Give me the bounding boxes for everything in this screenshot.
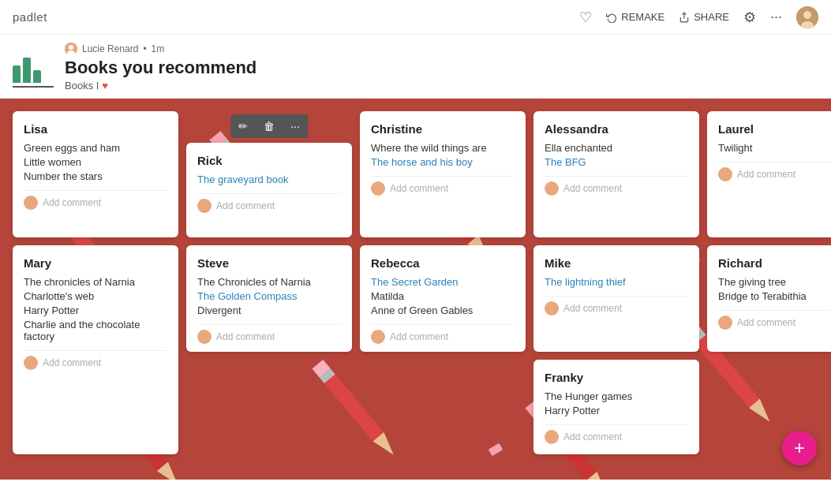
add-comment-label: Add comment bbox=[737, 169, 795, 180]
comment-avatar bbox=[718, 167, 732, 181]
add-comment-label: Add comment bbox=[563, 431, 622, 442]
top-bar: padlet ♡ REMAKE SHARE ⚙ ··· bbox=[0, 0, 831, 35]
comment-avatar bbox=[545, 181, 559, 196]
book-rebecca-1: The Secret Garden bbox=[371, 276, 515, 288]
add-comment-lisa[interactable]: Add comment bbox=[24, 190, 167, 210]
settings-button[interactable]: ⚙ bbox=[743, 9, 756, 26]
add-comment-label: Add comment bbox=[737, 317, 795, 328]
book-rick-1: The graveyard book bbox=[197, 174, 341, 185]
add-comment-richard[interactable]: Add comment bbox=[718, 310, 831, 330]
book-richard-2: Bridge to Terabithia bbox=[718, 290, 831, 302]
add-comment-label: Add comment bbox=[43, 197, 101, 208]
comment-avatar bbox=[371, 181, 385, 196]
add-comment-label: Add comment bbox=[563, 303, 622, 314]
card-lisa: Lisa Green eggs and ham Little women Num… bbox=[13, 111, 178, 237]
book-mary-2: Charlotte's web bbox=[24, 290, 167, 302]
book-rebecca-2: Matilda bbox=[371, 290, 515, 302]
comment-avatar bbox=[545, 301, 559, 315]
edit-button[interactable]: ✏ bbox=[230, 114, 256, 138]
comment-avatar bbox=[545, 430, 559, 444]
comment-avatar bbox=[197, 330, 211, 344]
svg-point-5 bbox=[69, 45, 73, 50]
add-post-button[interactable]: + bbox=[782, 431, 817, 465]
comment-avatar bbox=[371, 330, 385, 344]
add-comment-label: Add comment bbox=[43, 357, 101, 368]
book-lisa-2: Little women bbox=[24, 156, 167, 168]
card-rebecca: Rebecca The Secret Garden Matilda Anne o… bbox=[360, 245, 526, 352]
board-subtitle: Books I ♥ bbox=[65, 80, 256, 91]
add-comment-mike[interactable]: Add comment bbox=[545, 296, 688, 315]
card-toolbar-rick: ✏ 🗑 ··· bbox=[230, 114, 308, 138]
remake-label: REMAKE bbox=[621, 11, 664, 23]
board-info: Lucie Renard • 1m Books you recommend Bo… bbox=[65, 43, 256, 91]
card-mike: Mike The lightning thief Add comment bbox=[533, 245, 699, 352]
top-bar-actions: ♡ REMAKE SHARE ⚙ ··· bbox=[579, 6, 818, 28]
card-name-laurel: Laurel bbox=[718, 122, 831, 136]
card-christine: Christine Where the wild things are The … bbox=[360, 111, 526, 237]
book-mary-4: Charlie and the chocolate factory bbox=[24, 319, 167, 342]
book-richard-1: The giving tree bbox=[718, 276, 831, 288]
board-title: Books you recommend bbox=[65, 58, 256, 78]
book-christine-1: Where the wild things are bbox=[371, 142, 515, 154]
comment-avatar bbox=[24, 196, 38, 210]
add-comment-label: Add comment bbox=[390, 183, 448, 194]
comment-avatar bbox=[718, 315, 732, 330]
dot-separator: • bbox=[143, 43, 146, 54]
svg-point-2 bbox=[803, 11, 811, 19]
add-comment-steve[interactable]: Add comment bbox=[197, 324, 341, 344]
board-logo-icon bbox=[13, 47, 54, 88]
card-franky: Franky The Hunger games Harry Potter Add… bbox=[533, 360, 699, 454]
card-name-mary: Mary bbox=[24, 256, 167, 270]
book-steve-2: The Golden Compass bbox=[197, 290, 341, 302]
more-button[interactable]: ··· bbox=[770, 9, 782, 25]
add-comment-rebecca[interactable]: Add comment bbox=[371, 324, 515, 344]
card-richard: Richard The giving tree Bridge to Terabi… bbox=[707, 245, 831, 352]
heart-button[interactable]: ♡ bbox=[579, 9, 592, 26]
card-name-rick: Rick bbox=[197, 154, 341, 167]
book-alessandra-1: Ella enchanted bbox=[545, 142, 688, 154]
card-name-lisa: Lisa bbox=[24, 122, 167, 136]
book-mike-1: The lightning thief bbox=[545, 276, 688, 288]
add-comment-laurel[interactable]: Add comment bbox=[718, 162, 831, 181]
card-name-franky: Franky bbox=[545, 371, 688, 384]
share-label: SHARE bbox=[694, 11, 729, 23]
delete-button[interactable]: 🗑 bbox=[256, 114, 283, 138]
book-franky-2: Harry Potter bbox=[545, 405, 688, 416]
subtitle-heart: ♥ bbox=[102, 80, 108, 91]
app-logo: padlet bbox=[13, 10, 47, 24]
book-steve-1: The Chronicles of Narnia bbox=[197, 276, 341, 288]
remake-button[interactable]: REMAKE bbox=[606, 11, 664, 23]
add-comment-alessandra[interactable]: Add comment bbox=[545, 176, 688, 196]
add-comment-label: Add comment bbox=[563, 183, 622, 194]
board-author: Lucie Renard • 1m bbox=[65, 43, 256, 55]
book-franky-1: The Hunger games bbox=[545, 390, 688, 402]
post-time: 1m bbox=[152, 43, 165, 54]
card-alessandra: Alessandra Ella enchanted The BFG Add co… bbox=[533, 111, 699, 237]
add-comment-label: Add comment bbox=[390, 331, 448, 342]
card-name-richard: Richard bbox=[718, 256, 831, 270]
card-name-alessandra: Alessandra bbox=[545, 122, 688, 136]
add-comment-rick[interactable]: Add comment bbox=[197, 193, 341, 213]
book-laurel-1: Twilight bbox=[718, 142, 831, 154]
share-button[interactable]: SHARE bbox=[679, 11, 729, 23]
book-mary-1: The chronicles of Narnia bbox=[24, 276, 167, 288]
card-steve: Steve The Chronicles of Narnia The Golde… bbox=[186, 245, 352, 352]
card-mary: Mary The chronicles of Narnia Charlotte'… bbox=[13, 245, 178, 454]
add-comment-label: Add comment bbox=[216, 200, 275, 211]
comment-avatar bbox=[197, 199, 211, 213]
canvas: Lisa Green eggs and ham Little women Num… bbox=[0, 99, 831, 480]
user-avatar[interactable] bbox=[796, 6, 818, 28]
comment-avatar bbox=[24, 356, 38, 370]
author-avatar bbox=[65, 43, 77, 55]
book-mary-3: Harry Potter bbox=[24, 304, 167, 316]
add-comment-mary[interactable]: Add comment bbox=[24, 350, 167, 370]
book-alessandra-2: The BFG bbox=[545, 156, 688, 168]
card-name-christine: Christine bbox=[371, 122, 515, 136]
more-options-button[interactable]: ··· bbox=[283, 114, 308, 138]
book-rebecca-3: Anne of Green Gables bbox=[371, 304, 515, 316]
author-name: Lucie Renard bbox=[82, 43, 138, 54]
add-comment-christine[interactable]: Add comment bbox=[371, 176, 515, 196]
card-name-rebecca: Rebecca bbox=[371, 256, 515, 270]
board-header: Lucie Renard • 1m Books you recommend Bo… bbox=[0, 35, 831, 99]
add-comment-franky[interactable]: Add comment bbox=[545, 424, 688, 444]
